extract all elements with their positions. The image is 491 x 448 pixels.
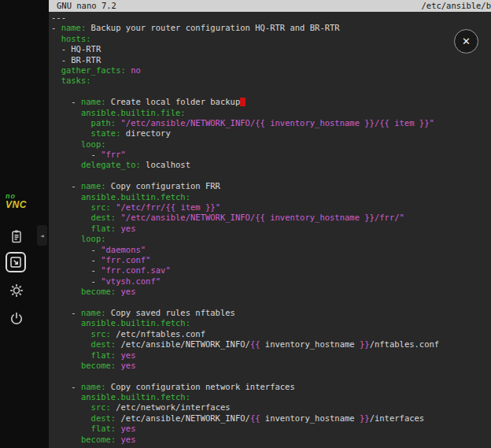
code-line: loop: <box>51 139 439 150</box>
code-line: dest: "/etc/ansible/NETWORK_INFO/{{ inve… <box>51 213 439 223</box>
code-line <box>51 371 439 381</box>
vnc-control-bar: no VNC ◄ <box>0 0 49 448</box>
nano-titlebar: GNU nano 7.2 /etc/ansible/b <box>49 0 491 12</box>
fullscreen-button[interactable] <box>6 252 26 272</box>
code-line: --- <box>51 13 439 23</box>
code-line: delegate_to: localhost <box>51 160 439 170</box>
code-line: - name: Copy configuration FRR <box>51 181 439 191</box>
code-line: - "frr.conf" <box>51 255 439 265</box>
code-line: - "vtysh.conf" <box>51 276 439 287</box>
code-line: become: yes <box>51 435 439 445</box>
clipboard-icon <box>9 228 24 244</box>
novnc-logo: no VNC <box>6 192 27 209</box>
power-icon <box>9 311 24 327</box>
code-line: src: "/etc/frr/{{ item }}" <box>51 202 439 213</box>
editor-lines[interactable]: ---- name: Backup your router configurat… <box>51 13 439 445</box>
code-line <box>51 298 439 308</box>
code-line: - "frr" <box>51 150 439 160</box>
close-icon: ✕ <box>462 35 471 47</box>
code-line: - name: Copy saved rules nftables <box>51 308 439 318</box>
settings-gear-icon <box>9 283 24 298</box>
code-line: state: directory <box>51 128 439 139</box>
code-line: loop: <box>51 234 439 244</box>
fullscreen-icon <box>9 255 23 269</box>
nano-file-path: /etc/ansible/b <box>421 0 491 12</box>
code-line: - "frr.conf.sav" <box>51 265 439 276</box>
code-line: - name: Create local folder backup <box>51 97 439 107</box>
code-line: dest: /etc/ansible/NETWORK_INFO/{{ inven… <box>51 413 439 424</box>
code-line: - name: Copy configuration network inter… <box>51 382 439 392</box>
code-line: become: yes <box>51 287 439 297</box>
code-line: ansible.builtin.fetch: <box>51 192 439 202</box>
code-line <box>51 87 439 97</box>
code-line: hosts: <box>51 34 439 44</box>
control-bar-handle[interactable]: ◄ <box>37 225 47 246</box>
code-line: ansible.builtin.file: <box>51 108 439 118</box>
settings-button[interactable] <box>6 280 28 302</box>
code-line: tasks: <box>51 76 439 86</box>
code-line: flat: yes <box>51 224 439 234</box>
code-line: - name: Backup your router configuration… <box>51 23 439 33</box>
novnc-logo-text: VNC <box>6 201 27 209</box>
code-line: path: "/etc/ansible/NETWORK_INFO/{{ inve… <box>51 118 439 128</box>
power-button[interactable] <box>6 308 28 330</box>
close-button[interactable]: ✕ <box>454 29 478 54</box>
code-line: flat: yes <box>51 350 439 361</box>
code-line: dest: /etc/ansible/NETWORK_INFO/{{ inven… <box>51 339 439 350</box>
code-line: src: /etc/nftables.conf <box>51 329 439 339</box>
code-line: become: yes <box>51 361 439 371</box>
chevron-left-icon: ◄ <box>40 232 44 239</box>
nano-app-title: GNU nano 7.2 <box>49 0 116 12</box>
code-line: ansible.builtin.fetch: <box>51 392 439 402</box>
code-line <box>51 171 439 181</box>
code-line: - "daemons" <box>51 245 439 255</box>
clipboard-button[interactable] <box>6 225 28 247</box>
code-line: src: /etc/network/interfaces <box>51 402 439 413</box>
text-cursor <box>240 98 245 106</box>
code-line: gather_facts: no <box>51 65 439 76</box>
screen: { "titlebar": { "app": "GNU nano 7.2", "… <box>0 0 491 448</box>
code-line: ansible.builtin.fetch: <box>51 318 439 328</box>
code-line: - BR-RTR <box>51 55 439 65</box>
code-line: - HQ-RTR <box>51 44 439 54</box>
terminal-window[interactable]: GNU nano 7.2 /etc/ansible/b ---- name: B… <box>49 0 491 448</box>
code-line: flat: yes <box>51 424 439 434</box>
